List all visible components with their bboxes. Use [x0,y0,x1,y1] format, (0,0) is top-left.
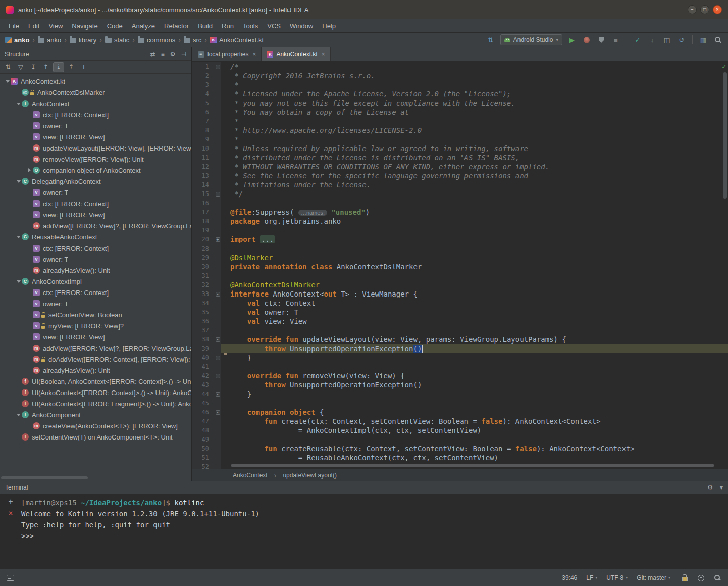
structure-node[interactable]: CAnkoContextImpl [0,276,191,287]
fold-marker-icon[interactable]: - [216,292,220,297]
structure-horizontal-scrollbar[interactable] [1,476,88,479]
toolwindows-icon[interactable]: ▦ [698,35,708,45]
structure-node[interactable]: vmyView: [ERROR: View]? [0,320,191,331]
code-line[interactable]: 20+import ... [192,235,728,244]
menu-edit[interactable]: Edit [24,21,44,31]
code-line[interactable]: 6 * You may obtain a copy of the License… [192,108,728,117]
code-line[interactable]: 36 val view: View [192,317,728,326]
sort-by-visibility-icon[interactable]: ▽ [15,62,26,72]
fold-marker-icon[interactable]: + [216,237,220,242]
code-line[interactable]: 33-interface AnkoContext<out T> : ViewMa… [192,289,728,299]
fold-marker-icon[interactable]: - [216,192,220,197]
code-line[interactable]: 8 * http://www.apache.org/licenses/LICEN… [192,126,728,135]
chevron-expanded-icon[interactable] [17,180,21,183]
inspections-status-icon[interactable]: ✓ [722,63,726,70]
menu-help[interactable]: Help [318,21,340,31]
code-line[interactable]: 43 throw UnsupportedOperationException() [192,380,728,389]
structure-node[interactable]: mremoveView([ERROR: View]): Unit [0,154,191,165]
code-line[interactable]: 30private annotation class AnkoContextDs… [192,262,728,271]
structure-node[interactable]: vowner: T [0,254,191,265]
compare-icon[interactable]: ◫ [662,35,672,45]
menu-navigate[interactable]: Navigate [67,21,102,31]
breadcrumb-item[interactable]: AnkoContext.kt [210,36,264,44]
update-project-icon[interactable]: ↓ [647,35,657,45]
toolwindow-toggle-icon[interactable] [7,575,14,581]
fold-marker-icon[interactable]: - [216,65,220,69]
structure-node[interactable]: KAnkoContext.kt [0,76,191,87]
line-ending-select[interactable]: LF▾ [586,574,597,581]
menu-tools[interactable]: Tools [238,21,263,31]
stop-icon[interactable]: ■ [611,35,621,45]
maximize-button[interactable]: □ [700,5,709,14]
fold-marker-icon[interactable]: - [216,410,220,415]
rollback-icon[interactable]: ↺ [677,35,687,45]
structure-node[interactable]: mupdateViewLayout([ERROR: View], [ERROR:… [0,142,191,154]
editor-horizontal-scrollbar[interactable] [231,464,714,467]
float-mode-icon[interactable]: ⇄ [150,51,155,58]
git-branch-select[interactable]: Git: master▾ [637,574,670,581]
code-line[interactable]: 40- } [192,353,728,362]
menu-analyze[interactable]: Analyze [127,21,160,31]
code-line[interactable]: 46- companion object { [192,408,728,417]
structure-node[interactable]: malreadyHasView(): Unit [0,265,191,276]
terminal-output[interactable]: [martin@xps15 ~/IdeaProjects/anko]$ kotl… [21,494,259,569]
close-tab-icon[interactable]: × [322,51,325,58]
group-by-icon[interactable]: Ŧ [78,62,89,72]
autoscroll-from-source-icon[interactable]: ⇡ [66,62,77,72]
menu-vcs[interactable]: VCS [263,21,285,31]
settings-gear-icon[interactable]: ⚙ [170,51,176,58]
menu-refactor[interactable]: Refactor [160,21,193,31]
code-line[interactable]: 41 [192,362,728,371]
new-session-icon[interactable]: + [8,498,13,506]
breadcrumb-item[interactable]: static [105,36,129,44]
code-line[interactable]: 4 * Licensed under the Apache License, V… [192,89,728,99]
structure-node[interactable]: fsetContentView(T) on AnkoComponent<T>: … [0,431,191,443]
chevron-collapsed-icon[interactable] [28,168,31,172]
structure-node[interactable]: CReusableAnkoContext [0,231,191,242]
structure-node[interactable]: fUI(Boolean, AnkoContext<[ERROR: Context… [0,376,191,387]
breadcrumb-item[interactable]: anko [38,36,61,44]
encoding-select[interactable]: UTF-8▾ [606,574,628,581]
fold-marker-icon[interactable]: - [216,374,220,378]
fold-marker-icon[interactable]: - [216,356,220,360]
code-line[interactable]: 15- */ [192,189,728,199]
code-line[interactable]: 32@AnkoContextDslMarker [192,280,728,289]
breadcrumb-item[interactable]: anko [5,36,29,44]
code-line[interactable]: 18package org.jetbrains.anko [192,217,728,226]
code-line[interactable]: 10 * Unless required by applicable law o… [192,144,728,153]
structure-node[interactable]: mdoAddView([ERROR: Context], [ERROR: Vie… [0,354,191,365]
close-button[interactable]: × [713,5,722,14]
structure-node[interactable]: vowner: T [0,120,191,131]
terminal-hide-icon[interactable]: ▾ [720,484,723,491]
structure-node[interactable]: fUI(AnkoContext<[ERROR: Context]>.() -> … [0,387,191,398]
tab-AnkoContext.kt[interactable]: AnkoContext.kt× [262,47,330,61]
hide-panel-icon[interactable]: ⊣ [181,51,186,58]
breadcrumb-item[interactable]: src [184,36,201,44]
chevron-expanded-icon[interactable] [6,80,10,83]
debug-icon[interactable] [582,35,592,45]
code-line[interactable]: 51 = ReusableAnkoContext(ctx, ctx, setCo… [192,453,728,462]
collapse-all-icon[interactable]: ↥ [40,62,51,72]
structure-node[interactable]: IAnkoContext [0,98,191,109]
code-line[interactable]: 14 * limitations under the License. [192,180,728,189]
chevron-expanded-icon[interactable] [17,103,21,105]
code-line[interactable]: 42- override fun removeView(view: View) … [192,371,728,380]
menu-view[interactable]: View [44,21,67,31]
fold-marker-icon[interactable]: - [216,392,220,397]
close-tab-icon[interactable]: × [252,51,256,58]
autoscroll-to-source-icon[interactable]: ⇣ [53,62,64,72]
editor-breadcrumb[interactable]: updateViewLayout() [281,472,338,479]
code-line[interactable]: 7 * [192,117,728,126]
structure-node[interactable]: vview: [ERROR: View] [0,209,191,220]
dock-mode-icon[interactable]: ≡ [161,51,165,58]
code-line[interactable]: 39 throw UnsupportedOperationException() [192,344,728,353]
code-line[interactable]: 50 fun createReusable(ctx: Context, setC… [192,444,728,453]
code-line[interactable]: 2 * Copyright 2016 JetBrains s.r.o. [192,71,728,80]
tab-local.properties[interactable]: local.properties× [193,47,262,61]
code-line[interactable]: 17@file:Suppress( …names: "unused") [192,208,728,217]
structure-node[interactable]: vctx: [ERROR: Context] [0,287,191,298]
code-line[interactable]: 19 [192,226,728,235]
chevron-expanded-icon[interactable] [17,280,21,283]
structure-node[interactable]: Ocompanion object of AnkoContext [0,165,191,176]
code-line[interactable]: 13 * See the License for the specific la… [192,171,728,180]
